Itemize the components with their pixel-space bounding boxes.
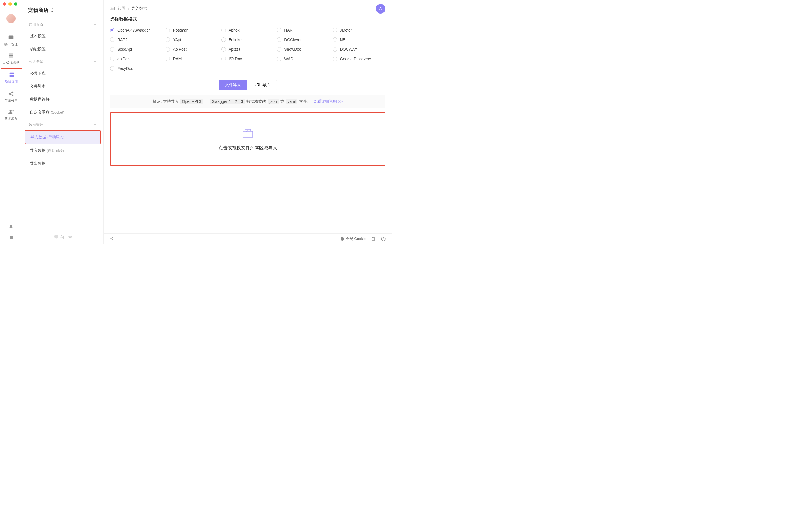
format-option[interactable]: Google Discovery <box>333 57 386 61</box>
radio-button <box>110 47 114 52</box>
settings-icon <box>8 71 15 78</box>
user-avatar[interactable] <box>6 14 15 23</box>
format-option[interactable]: Eolinker <box>221 38 274 42</box>
menu-public-script[interactable]: 公共脚本 <box>25 80 101 93</box>
format-section-title: 选择数据格式 <box>110 16 386 22</box>
section-general[interactable]: 通用设置 <box>25 18 101 30</box>
format-label: apiDoc <box>117 57 130 61</box>
cookie-icon <box>340 237 344 241</box>
notifications-icon[interactable] <box>8 224 14 230</box>
menu-suffix: (手动导入) <box>47 135 64 139</box>
menu-basic-settings[interactable]: 基本设置 <box>25 30 101 43</box>
chevron-up-icon <box>93 123 97 126</box>
tab-url-import[interactable]: URL 导入 <box>247 80 276 91</box>
breadcrumb-current: 导入数据 <box>132 6 147 11</box>
format-label: DOClever <box>284 38 301 42</box>
menu-feature-settings[interactable]: 功能设置 <box>25 43 101 56</box>
nav-online-share[interactable]: 在线分享 <box>0 88 22 106</box>
hint-box: 提示: 支持导入 OpenAPI 3 、 Swagger 1、2、3 数据格式的… <box>110 95 386 108</box>
nav-label: 自动化测试 <box>3 60 19 65</box>
nav-api-management[interactable]: 接口管理 <box>0 32 22 50</box>
trash-button[interactable] <box>371 236 376 241</box>
section-data-management[interactable]: 数据管理 <box>25 119 101 130</box>
format-option[interactable]: ApiPost <box>165 47 218 52</box>
gear-icon[interactable] <box>8 234 14 240</box>
format-option[interactable]: SosoApi <box>110 47 163 52</box>
menu-export-data[interactable]: 导出数据 <box>25 157 101 170</box>
format-option[interactable]: I/O Doc <box>221 57 274 61</box>
tab-file-import[interactable]: 文件导入 <box>218 80 247 91</box>
breadcrumb-parent[interactable]: 项目设置 <box>110 6 126 11</box>
format-option[interactable]: DOCWAY <box>333 47 386 52</box>
format-option[interactable]: JMeter <box>333 28 386 33</box>
minimize-window-button[interactable] <box>8 2 12 6</box>
radio-button <box>221 38 226 42</box>
radio-button <box>333 47 337 52</box>
svg-rect-3 <box>9 57 13 58</box>
format-label: NEI <box>340 38 347 42</box>
section-title: 数据管理 <box>29 122 43 127</box>
invite-icon <box>8 109 14 115</box>
nav-label: 邀请成员 <box>4 116 18 121</box>
format-option[interactable]: apiDoc <box>110 57 163 61</box>
settings-menu: 通用设置 基本设置 功能设置 公共资源 公共响应 公共脚本 数据库连接 自定义函… <box>22 18 103 229</box>
svg-point-9 <box>9 110 11 112</box>
radio-button <box>333 28 337 33</box>
format-option[interactable]: DOClever <box>277 38 329 42</box>
section-public-resources[interactable]: 公共资源 <box>25 56 101 67</box>
format-option[interactable]: WADL <box>277 57 329 61</box>
format-option[interactable]: OpenAPI/Swagger <box>110 28 163 33</box>
radio-button <box>277 38 282 42</box>
menu-label: 自定义函数 <box>30 110 50 114</box>
close-window-button[interactable] <box>3 2 6 6</box>
menu-public-response[interactable]: 公共响应 <box>25 67 101 80</box>
content-area: 选择数据格式 OpenAPI/SwaggerPostmanApifoxHARJM… <box>104 16 392 233</box>
hint-tag: Swagger 1、2、3 <box>210 99 245 104</box>
file-drop-zone[interactable]: 点击或拖拽文件到本区域导入 <box>110 112 386 166</box>
hint-tag: json <box>268 99 278 104</box>
radio-button <box>333 57 337 61</box>
nav-label: 在线分享 <box>4 98 18 103</box>
nav-invite-members[interactable]: 邀请成员 <box>0 106 22 124</box>
menu-suffix: (Socket) <box>51 110 64 114</box>
menu-label: 导入数据 <box>31 135 46 139</box>
hint-tag: OpenAPI 3 <box>181 99 203 104</box>
radio-button <box>110 28 114 33</box>
format-option[interactable]: NEI <box>333 38 386 42</box>
hint-text: 数据格式的 <box>246 99 266 104</box>
hint-link[interactable]: 查看详细说明 >> <box>313 99 343 104</box>
radio-button <box>165 47 170 52</box>
nav-project-settings[interactable]: 项目设置 <box>1 68 22 87</box>
format-option[interactable]: YApi <box>165 38 218 42</box>
icon-nav: 接口管理 自动化测试 项目设置 在线分享 邀请成员 <box>0 32 22 224</box>
format-option[interactable]: Apifox <box>221 28 274 33</box>
hint-text: 、 <box>205 99 209 104</box>
nav-automation-test[interactable]: 自动化测试 <box>0 50 22 68</box>
global-cookie-toggle[interactable]: 全局 Cookie <box>340 236 366 241</box>
format-label: JMeter <box>340 28 352 33</box>
menu-suffix: (自动同步) <box>47 149 64 153</box>
format-option[interactable]: HAR <box>277 28 329 33</box>
menu-import-auto[interactable]: 导入数据 (自动同步) <box>25 144 101 157</box>
help-button[interactable] <box>381 236 386 241</box>
breadcrumb-separator: / <box>128 6 129 11</box>
menu-custom-function[interactable]: 自定义函数 (Socket) <box>25 106 101 119</box>
format-option[interactable]: Postman <box>165 28 218 33</box>
import-tabs: 文件导入 URL 导入 <box>110 80 386 91</box>
menu-database-connection[interactable]: 数据库连接 <box>25 93 101 106</box>
project-selector[interactable]: 宠物商店 <box>22 0 103 18</box>
format-option[interactable]: EasyDoc <box>110 66 163 71</box>
maximize-window-button[interactable] <box>14 2 17 6</box>
format-option[interactable]: ShowDoc <box>277 47 329 52</box>
format-label: OpenAPI/Swagger <box>117 28 150 33</box>
chevron-up-icon <box>93 60 97 63</box>
format-option[interactable]: Apizza <box>221 47 274 52</box>
format-option[interactable]: RAP2 <box>110 38 163 42</box>
collapse-sidebar-button[interactable] <box>109 236 114 241</box>
radio-button <box>110 57 114 61</box>
format-label: WADL <box>284 57 296 61</box>
refresh-button[interactable] <box>376 4 386 13</box>
format-option[interactable]: RAML <box>165 57 218 61</box>
menu-import-manual[interactable]: 导入数据 (手动导入) <box>25 130 101 144</box>
format-label: Apizza <box>229 47 241 52</box>
